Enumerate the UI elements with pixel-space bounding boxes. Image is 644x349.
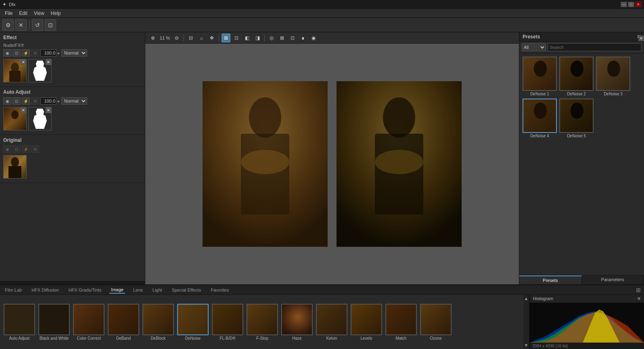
filter-tab-filmlab[interactable]: Film Lab [3, 287, 23, 293]
tab-presets[interactable]: Presets [519, 275, 582, 284]
histogram-close-icon[interactable]: ✕ [637, 296, 641, 301]
filter-auto-adjust[interactable]: Auto Adjust [3, 304, 36, 341]
effect-mask-close[interactable]: ✕ [46, 59, 51, 65]
canvas-area: ⊕ 11 % ⊖ ⊟ ⌕ ✥ ⊞ ⊡ ◧ ◨ ◎ ⊠ ⊡ ∎ ◉ [145, 32, 519, 284]
presets-category-select[interactable]: All DeNoise Film [522, 43, 546, 51]
window-controls: ─ □ ✕ [621, 2, 642, 7]
close-button[interactable]: ✕ [15, 19, 27, 31]
refresh-button[interactable]: ↺ [32, 19, 43, 31]
aa-vis-button[interactable]: ◉ [3, 97, 11, 105]
preset-denoise1-label: DeNoise 1 [530, 92, 549, 96]
preset-denoise4[interactable]: DeNoise 4 [523, 99, 557, 138]
effect-opacity-input[interactable] [40, 49, 56, 57]
filter-fstop-thumb [247, 304, 278, 335]
snapshot-button[interactable]: ⊡ [45, 19, 56, 31]
after-button[interactable]: ◨ [253, 34, 262, 42]
filter-kelvin[interactable]: Kelvin [316, 304, 348, 341]
presets-search-input[interactable] [548, 43, 642, 51]
menu-file[interactable]: File [2, 10, 16, 17]
preset-denoise1[interactable]: DeNoise 1 [523, 57, 557, 96]
aa-mask-close[interactable]: ✕ [46, 107, 51, 113]
zoom-in-button[interactable]: ⊕ [148, 34, 157, 42]
filter-deband[interactable]: DeBand [107, 304, 140, 341]
filter-levels-thumb [351, 304, 382, 335]
compare-button[interactable]: ⊠ [278, 34, 286, 42]
filter-levels[interactable]: Levels [350, 304, 383, 341]
filter-tab-hfxdiff[interactable]: HFX Diffusion [30, 287, 61, 293]
histogram-toggle-button[interactable]: ∎ [299, 34, 307, 42]
preset-denoise2-label: DeNoise 2 [567, 92, 586, 96]
aa-opacity-input[interactable] [40, 97, 56, 105]
left-panel-scrollbar[interactable] [0, 281, 145, 284]
effect-layer-close[interactable]: ✕ [21, 59, 26, 65]
menu-view[interactable]: View [31, 10, 48, 17]
filters-header: Film Lab HFX Diffusion HFX Grads/Tints I… [0, 285, 644, 295]
filters-scroll-down[interactable]: ▼ [524, 343, 529, 348]
aa-copy-button[interactable]: ⊞ [31, 97, 39, 105]
aa-solo-button[interactable]: ⊡ [13, 97, 21, 105]
filter-deblock[interactable]: DeBlock [142, 304, 174, 341]
minimize-button[interactable]: ─ [621, 2, 627, 7]
maximize-button[interactable]: □ [628, 2, 634, 7]
filter-tab-hfxgrads[interactable]: HFX Grads/Tints [67, 287, 103, 293]
filter-tab-lens[interactable]: Lens [132, 287, 144, 293]
aa-link-button[interactable]: ⚡ [22, 97, 30, 105]
preset-denoise2[interactable]: DeNoise 2 [559, 57, 594, 96]
filter-tab-favorites[interactable]: Favorites [209, 287, 230, 293]
svg-rect-41 [282, 305, 313, 335]
pan-button[interactable]: ✥ [207, 34, 216, 42]
tab-parameters[interactable]: Parameters [582, 275, 644, 284]
fit-button[interactable]: ⊟ [186, 34, 195, 42]
menu-help[interactable]: Help [48, 10, 64, 17]
zoom-out-button[interactable]: ⊖ [172, 34, 181, 42]
presets-header: Presets ✕ [519, 32, 644, 42]
original-layer-thumb [3, 155, 27, 179]
filter-fstop[interactable]: F-Stop [246, 304, 278, 341]
menubar: File Edit View Help [0, 9, 644, 18]
filter-match[interactable]: Match [385, 304, 417, 341]
preset-denoise1-thumb [523, 57, 557, 91]
filters-scroll-up[interactable]: ▲ [524, 296, 529, 301]
layer-link-button[interactable]: ⚡ [22, 49, 30, 57]
layer-solo-button[interactable]: ⊡ [13, 49, 21, 57]
filter-color-correct[interactable]: Color Correct [73, 304, 105, 341]
camera-button[interactable]: ◎ [267, 34, 276, 42]
silhouette-shape [33, 61, 47, 81]
filter-flbd[interactable]: FL-B/D® [211, 304, 244, 341]
preset-denoise3[interactable]: DeNoise 3 [596, 57, 630, 96]
menu-edit[interactable]: Edit [16, 10, 31, 17]
effect-blend-select[interactable]: Normal Multiply Screen Overlay [61, 49, 87, 57]
zoom-select-button[interactable]: ⌕ [197, 34, 206, 42]
single-view-button[interactable]: ⊡ [232, 34, 241, 42]
split-lr-button[interactable]: ⊞ [222, 34, 230, 42]
opacity-arrow: ▸ [58, 50, 60, 56]
orig-copy-button[interactable]: ⊞ [31, 145, 39, 153]
preset-denoise5[interactable]: DeNoise 5 [559, 99, 594, 138]
aa-layer-close[interactable]: ✕ [21, 107, 26, 113]
layer-copy-button[interactable]: ⊞ [31, 49, 39, 57]
filter-ozone[interactable]: Ozone [420, 304, 452, 341]
filter-tab-light[interactable]: Light [151, 287, 164, 293]
filter-haze[interactable]: Haze [281, 304, 313, 341]
filter-cc-label: Color Correct [77, 336, 100, 341]
filter-tab-special[interactable]: Special Effects [170, 287, 203, 293]
window-close-button[interactable]: ✕ [635, 2, 642, 7]
mask-view-button[interactable]: ⊡ [288, 34, 297, 42]
left-panel-close[interactable]: ✕ [638, 36, 644, 41]
filter-auto-adjust-label: Auto Adjust [9, 336, 30, 341]
layer-vis-button[interactable]: ◉ [3, 49, 11, 57]
filter-tab-image[interactable]: Image [109, 286, 125, 294]
settings-button[interactable]: ⚙ [2, 19, 14, 31]
orig-link-button[interactable]: ⚡ [22, 145, 30, 153]
filter-denoise[interactable]: DeNoise [177, 304, 209, 341]
preset-name: Nude/FX® [3, 43, 142, 48]
settings-canvas-button[interactable]: ◉ [309, 34, 318, 42]
right-panel: Presets ✕ All DeNoise Film D [519, 32, 644, 284]
aa-blend-select[interactable]: Normal Multiply Screen [61, 97, 87, 105]
orig-vis-button[interactable]: ◉ [3, 145, 11, 153]
filters-expand-button[interactable]: ⊞ [636, 287, 641, 293]
before-button[interactable]: ◧ [243, 34, 251, 42]
svg-rect-19 [337, 81, 462, 247]
filter-black-white[interactable]: Black and White [38, 304, 70, 341]
orig-solo-button[interactable]: ⊡ [13, 145, 21, 153]
